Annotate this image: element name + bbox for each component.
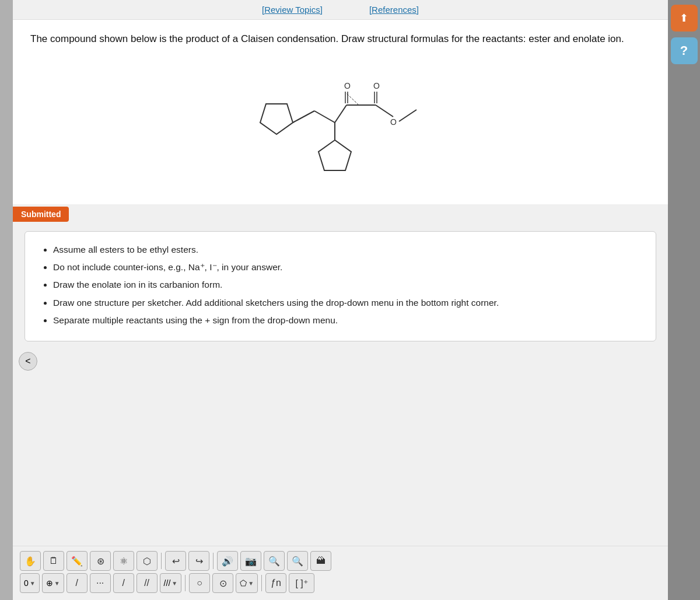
tool-pentagon-dropdown[interactable]: ⬠ ▼ — [236, 573, 258, 593]
hint-item: Separate multiple reactants using the + … — [53, 313, 639, 328]
left-sidebar — [0, 0, 13, 600]
hint-item: Do not include counter-ions, e.g., Na⁺, … — [53, 260, 639, 275]
back-btn-area: < — [13, 347, 668, 376]
question-area: The compound shown below is the product … — [13, 20, 668, 204]
tool-hand[interactable]: ✋ — [20, 551, 41, 571]
tool-ring[interactable]: ⬡ — [136, 551, 158, 571]
divider2 — [213, 553, 214, 569]
tool-speaker[interactable]: 🔊 — [217, 551, 238, 571]
toolbar-row2: 0 ▼ ⊕ ▼ / ··· / // /// ▼ ○ ⊙ ⬠ ▼ ƒn — [20, 573, 661, 593]
tool-fn[interactable]: ƒn — [265, 573, 286, 593]
svg-line-3 — [335, 105, 346, 123]
hints-box: Assume all esters to be ethyl esters. Do… — [24, 231, 656, 342]
divider1 — [161, 553, 162, 569]
divider4 — [261, 575, 262, 591]
submitted-wrapper: Submitted — [13, 204, 668, 225]
svg-marker-0 — [260, 104, 293, 134]
plus-label: ⊕ — [46, 578, 53, 588]
svg-text:O: O — [390, 117, 397, 127]
tool-camera[interactable]: 📷 — [240, 551, 261, 571]
dropdown-arrow3: ▼ — [172, 580, 177, 587]
hints-list: Assume all esters to be ethyl esters. Do… — [41, 242, 639, 329]
tool-plus-dropdown[interactable]: ⊕ ▼ — [42, 573, 64, 593]
triple-label: /// — [164, 578, 171, 588]
question-text: The compound shown below is the product … — [30, 32, 650, 47]
svg-line-2 — [314, 111, 335, 123]
tool-clipboard[interactable]: 🗒 — [43, 551, 64, 571]
tool-pencil[interactable]: ✏️ — [66, 551, 88, 571]
references-link[interactable]: [References] — [369, 5, 419, 15]
tool-zero-dropdown[interactable]: 0 ▼ — [20, 573, 40, 593]
svg-line-14 — [399, 110, 416, 121]
help-icon: ? — [680, 43, 688, 58]
toolbar-row1: ✋ 🗒 ✏️ ⊛ ⚛ ⬡ ↩ ↪ 🔊 📷 🔍 🔍 🏔 — [20, 551, 661, 571]
top-nav: [Review Topics] [References] — [13, 0, 668, 20]
tool-single-bond[interactable]: / — [66, 573, 88, 593]
svg-text:O: O — [344, 81, 351, 90]
zero-label: 0 — [24, 578, 29, 588]
divider3 — [185, 575, 186, 591]
svg-line-12 — [376, 105, 393, 117]
right-sidebar: ⬆ ? — [668, 0, 700, 600]
tool-circle-dot[interactable]: ⊙ — [212, 573, 233, 593]
tool-bonds[interactable]: ⚛ — [113, 551, 134, 571]
tool-undo[interactable]: ↩ — [165, 551, 186, 571]
dropdown-arrow2: ▼ — [54, 580, 60, 587]
right-btn-top[interactable]: ⬆ — [671, 5, 698, 32]
tool-zoom-out[interactable]: 🔍 — [287, 551, 308, 571]
tool-mountain[interactable]: 🏔 — [310, 551, 331, 571]
tool-slash[interactable]: / — [113, 573, 134, 593]
molecule-svg: O O O — [218, 58, 463, 187]
review-topics-link[interactable]: [Review Topics] — [262, 5, 323, 15]
tool-zoom-in[interactable]: 🔍 — [264, 551, 285, 571]
tool-dotted[interactable]: ··· — [90, 573, 111, 593]
hint-item: Assume all esters to be ethyl esters. — [53, 242, 639, 257]
back-icon: < — [25, 356, 30, 367]
hint-item: Draw the enolate ion in its carbanion fo… — [53, 277, 639, 292]
hint-item: Draw one structure per sketcher. Add add… — [53, 295, 639, 311]
tool-bracket[interactable]: [ ]⁺ — [289, 573, 314, 593]
tool-circle[interactable]: ○ — [189, 573, 210, 593]
svg-line-1 — [293, 111, 314, 123]
right-icon-top: ⬆ — [680, 12, 688, 25]
svg-line-17 — [346, 93, 359, 105]
main-content: [Review Topics] [References] The compoun… — [13, 0, 668, 600]
tool-double-slash[interactable]: // — [136, 573, 158, 593]
molecule-container: O O O — [30, 53, 650, 198]
back-button[interactable]: < — [19, 352, 37, 371]
svg-marker-16 — [318, 140, 351, 170]
toolbar-area: ✋ 🗒 ✏️ ⊛ ⚛ ⬡ ↩ ↪ 🔊 📷 🔍 🔍 🏔 0 ▼ ⊕ ▼ — [13, 546, 668, 600]
tool-redo[interactable]: ↪ — [188, 551, 209, 571]
tool-triple-dropdown[interactable]: /// ▼ — [160, 573, 182, 593]
svg-text:O: O — [373, 81, 380, 90]
dropdown-arrow1: ▼ — [30, 580, 36, 587]
tool-settings[interactable]: ⊛ — [90, 551, 111, 571]
right-btn-help[interactable]: ? — [671, 37, 698, 64]
pentagon-label: ⬠ — [240, 578, 247, 588]
dropdown-arrow4: ▼ — [248, 580, 254, 587]
submitted-badge: Submitted — [13, 207, 69, 222]
